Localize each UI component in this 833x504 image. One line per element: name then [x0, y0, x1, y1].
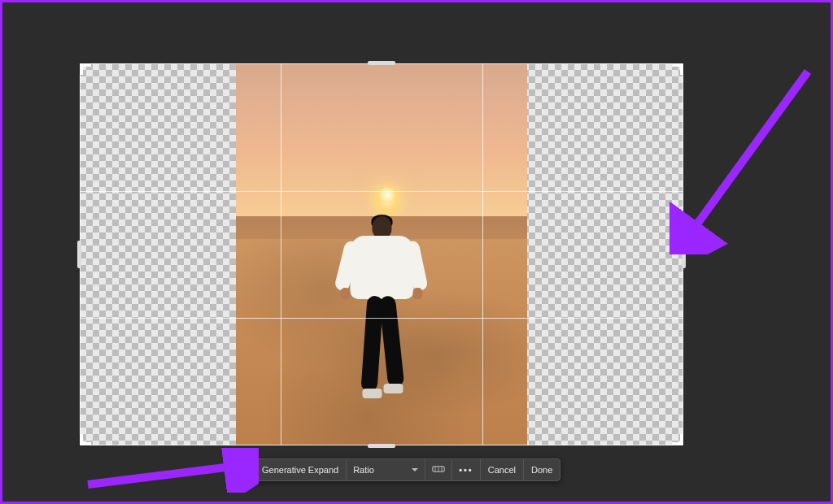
- crop-handle-top[interactable]: [368, 61, 395, 65]
- cancel-button-label: Cancel: [488, 465, 516, 475]
- svg-point-1: [249, 467, 251, 468]
- ellipsis-icon: •••: [459, 465, 473, 475]
- svg-line-6: [690, 72, 808, 234]
- generative-expand-icon: [246, 464, 258, 476]
- annotation-arrow-to-right-handle: [669, 59, 824, 254]
- ratio-dropdown[interactable]: Ratio: [347, 459, 425, 480]
- more-options-button[interactable]: •••: [452, 459, 481, 480]
- photo-subject-person: [343, 216, 421, 424]
- svg-rect-0: [247, 465, 257, 475]
- crop-handle-top-left[interactable]: [79, 63, 90, 74]
- annotation-arrow-to-generative-expand: [80, 448, 259, 493]
- photo-sky: [236, 63, 527, 224]
- generative-expand-label: Generative Expand: [262, 465, 338, 475]
- cancel-button[interactable]: Cancel: [481, 459, 524, 480]
- crop-handle-left[interactable]: [77, 241, 81, 268]
- straighten-button[interactable]: [425, 459, 452, 480]
- svg-line-7: [88, 466, 238, 484]
- app-frame: Generative Expand Ratio ••• Cancel Done: [0, 0, 833, 504]
- contextual-taskbar: Generative Expand Ratio ••• Cancel Done: [238, 458, 560, 481]
- workspace-canvas[interactable]: Generative Expand Ratio ••• Cancel Done: [2, 2, 831, 502]
- chevron-down-icon: [412, 468, 418, 471]
- generative-expand-button[interactable]: Generative Expand: [239, 459, 347, 480]
- crop-rectangle[interactable]: [80, 63, 683, 445]
- crop-handle-top-right[interactable]: [673, 63, 684, 74]
- crop-handle-right[interactable]: [682, 241, 686, 268]
- straighten-icon: [432, 464, 445, 476]
- crop-handle-bottom-left[interactable]: [79, 435, 90, 446]
- ratio-dropdown-label: Ratio: [353, 465, 374, 475]
- done-button[interactable]: Done: [524, 459, 560, 480]
- done-button-label: Done: [531, 465, 552, 475]
- crop-handle-bottom-right[interactable]: [673, 435, 684, 446]
- crop-handle-bottom[interactable]: [368, 444, 395, 448]
- photo-sun: [379, 187, 395, 203]
- document-image: [236, 63, 527, 445]
